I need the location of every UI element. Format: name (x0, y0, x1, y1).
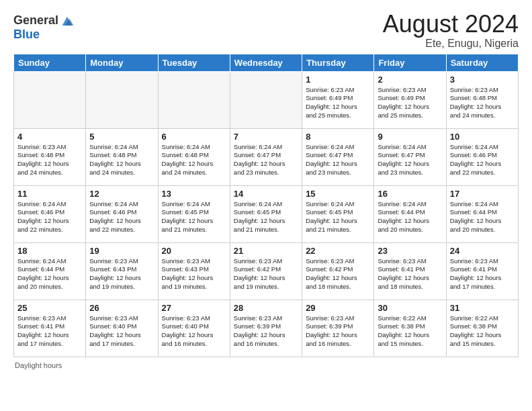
calendar-cell: 5Sunrise: 6:24 AMSunset: 6:48 PMDaylight… (86, 128, 158, 185)
calendar-cell: 17Sunrise: 6:24 AMSunset: 6:44 PMDayligh… (446, 185, 518, 242)
calendar-table: SundayMondayTuesdayWednesdayThursdayFrid… (13, 54, 519, 357)
day-number: 13 (162, 189, 226, 199)
day-number: 31 (450, 303, 515, 313)
calendar-cell: 30Sunrise: 6:22 AMSunset: 6:38 PMDayligh… (374, 300, 446, 357)
weekday-header-row: SundayMondayTuesdayWednesdayThursdayFrid… (14, 54, 519, 71)
calendar-cell (230, 71, 302, 128)
day-number: 26 (89, 303, 154, 313)
day-info: Sunrise: 6:24 AMSunset: 6:45 PMDaylight:… (234, 200, 298, 234)
calendar-cell: 29Sunrise: 6:23 AMSunset: 6:39 PMDayligh… (302, 300, 374, 357)
calendar-cell (14, 71, 86, 128)
day-info: Sunrise: 6:22 AMSunset: 6:38 PMDaylight:… (378, 314, 442, 349)
logo-general-text: General (13, 14, 58, 28)
day-number: 19 (89, 246, 154, 256)
day-number: 14 (234, 189, 298, 199)
day-info: Sunrise: 6:24 AMSunset: 6:45 PMDaylight:… (306, 200, 370, 234)
calendar-cell: 10Sunrise: 6:24 AMSunset: 6:46 PMDayligh… (446, 128, 518, 185)
day-number: 21 (234, 246, 298, 256)
calendar-week-4: 18Sunrise: 6:24 AMSunset: 6:44 PMDayligh… (14, 242, 519, 300)
day-info: Sunrise: 6:23 AMSunset: 6:39 PMDaylight:… (306, 314, 370, 349)
day-info: Sunrise: 6:22 AMSunset: 6:38 PMDaylight:… (450, 314, 515, 349)
day-info: Sunrise: 6:23 AMSunset: 6:42 PMDaylight:… (234, 257, 298, 291)
day-info: Sunrise: 6:24 AMSunset: 6:44 PMDaylight:… (378, 200, 442, 234)
day-number: 1 (306, 75, 370, 85)
day-number: 3 (450, 75, 515, 85)
day-number: 25 (17, 303, 82, 313)
calendar-cell: 4Sunrise: 6:23 AMSunset: 6:48 PMDaylight… (14, 128, 86, 185)
day-info: Sunrise: 6:23 AMSunset: 6:41 PMDaylight:… (17, 314, 82, 349)
weekday-header-sunday: Sunday (14, 54, 86, 71)
calendar-cell: 25Sunrise: 6:23 AMSunset: 6:41 PMDayligh… (14, 300, 86, 357)
day-number: 30 (378, 303, 442, 313)
day-number: 16 (378, 189, 442, 199)
day-number: 6 (162, 132, 226, 142)
weekday-header-wednesday: Wednesday (230, 54, 302, 71)
day-info: Sunrise: 6:23 AMSunset: 6:43 PMDaylight:… (89, 257, 154, 291)
calendar-cell: 14Sunrise: 6:24 AMSunset: 6:45 PMDayligh… (230, 185, 302, 242)
calendar-week-2: 4Sunrise: 6:23 AMSunset: 6:48 PMDaylight… (14, 128, 519, 185)
day-number: 4 (17, 132, 82, 142)
page-container: General Blue August 2024 Ete, Enugu, Nig… (0, 0, 532, 376)
calendar-week-1: 1Sunrise: 6:23 AMSunset: 6:49 PMDaylight… (14, 71, 519, 128)
day-number: 17 (450, 189, 515, 199)
calendar-cell (86, 71, 158, 128)
day-number: 23 (378, 246, 442, 256)
calendar-cell: 9Sunrise: 6:24 AMSunset: 6:47 PMDaylight… (374, 128, 446, 185)
location-title: Ete, Enugu, Nigeria (383, 38, 519, 50)
calendar-cell: 26Sunrise: 6:23 AMSunset: 6:40 PMDayligh… (86, 300, 158, 357)
calendar-cell: 18Sunrise: 6:24 AMSunset: 6:44 PMDayligh… (14, 242, 86, 300)
day-number: 8 (306, 132, 370, 142)
day-number: 22 (306, 246, 370, 256)
day-number: 29 (306, 303, 370, 313)
weekday-header-tuesday: Tuesday (158, 54, 230, 71)
day-info: Sunrise: 6:24 AMSunset: 6:44 PMDaylight:… (17, 257, 82, 291)
day-info: Sunrise: 6:23 AMSunset: 6:48 PMDaylight:… (17, 143, 82, 177)
day-info: Sunrise: 6:23 AMSunset: 6:41 PMDaylight:… (450, 257, 515, 291)
day-info: Sunrise: 6:23 AMSunset: 6:40 PMDaylight:… (162, 314, 226, 349)
month-title: August 2024 (383, 11, 519, 38)
calendar-cell: 20Sunrise: 6:23 AMSunset: 6:43 PMDayligh… (158, 242, 230, 300)
calendar-cell: 6Sunrise: 6:24 AMSunset: 6:48 PMDaylight… (158, 128, 230, 185)
day-info: Sunrise: 6:24 AMSunset: 6:47 PMDaylight:… (234, 143, 298, 177)
daylight-label: Daylight hours (15, 361, 62, 369)
calendar-cell: 16Sunrise: 6:24 AMSunset: 6:44 PMDayligh… (374, 185, 446, 242)
logo: General Blue (13, 13, 75, 42)
day-number: 15 (306, 189, 370, 199)
day-number: 24 (450, 246, 515, 256)
calendar-cell: 11Sunrise: 6:24 AMSunset: 6:46 PMDayligh… (14, 185, 86, 242)
day-number: 9 (378, 132, 442, 142)
day-info: Sunrise: 6:23 AMSunset: 6:42 PMDaylight:… (306, 257, 370, 291)
day-info: Sunrise: 6:24 AMSunset: 6:45 PMDaylight:… (162, 200, 226, 234)
title-block: August 2024 Ete, Enugu, Nigeria (383, 11, 519, 50)
day-number: 18 (17, 246, 82, 256)
header: General Blue August 2024 Ete, Enugu, Nig… (13, 11, 519, 50)
calendar-week-3: 11Sunrise: 6:24 AMSunset: 6:46 PMDayligh… (14, 185, 519, 242)
weekday-header-monday: Monday (86, 54, 158, 71)
day-info: Sunrise: 6:23 AMSunset: 6:39 PMDaylight:… (234, 314, 298, 349)
calendar-cell: 23Sunrise: 6:23 AMSunset: 6:41 PMDayligh… (374, 242, 446, 300)
day-info: Sunrise: 6:24 AMSunset: 6:47 PMDaylight:… (306, 143, 370, 177)
day-info: Sunrise: 6:23 AMSunset: 6:49 PMDaylight:… (378, 86, 442, 120)
day-info: Sunrise: 6:23 AMSunset: 6:43 PMDaylight:… (162, 257, 226, 291)
day-number: 12 (89, 189, 154, 199)
calendar-cell: 22Sunrise: 6:23 AMSunset: 6:42 PMDayligh… (302, 242, 374, 300)
day-info: Sunrise: 6:24 AMSunset: 6:46 PMDaylight:… (17, 200, 82, 234)
weekday-header-friday: Friday (374, 54, 446, 71)
logo-blue-text: Blue (13, 28, 40, 41)
calendar-cell: 12Sunrise: 6:24 AMSunset: 6:46 PMDayligh… (86, 185, 158, 242)
calendar-cell: 1Sunrise: 6:23 AMSunset: 6:49 PMDaylight… (302, 71, 374, 128)
calendar-cell: 3Sunrise: 6:23 AMSunset: 6:48 PMDaylight… (446, 71, 518, 128)
calendar-cell: 13Sunrise: 6:24 AMSunset: 6:45 PMDayligh… (158, 185, 230, 242)
day-info: Sunrise: 6:23 AMSunset: 6:49 PMDaylight:… (306, 86, 370, 120)
day-info: Sunrise: 6:24 AMSunset: 6:44 PMDaylight:… (450, 200, 515, 234)
calendar-cell (158, 71, 230, 128)
day-number: 11 (17, 189, 82, 199)
footer: Daylight hours (13, 361, 519, 369)
day-info: Sunrise: 6:24 AMSunset: 6:48 PMDaylight:… (162, 143, 226, 177)
weekday-header-thursday: Thursday (302, 54, 374, 71)
calendar-cell: 24Sunrise: 6:23 AMSunset: 6:41 PMDayligh… (446, 242, 518, 300)
calendar-week-5: 25Sunrise: 6:23 AMSunset: 6:41 PMDayligh… (14, 300, 519, 357)
day-number: 5 (89, 132, 154, 142)
day-number: 7 (234, 132, 298, 142)
day-number: 20 (162, 246, 226, 256)
